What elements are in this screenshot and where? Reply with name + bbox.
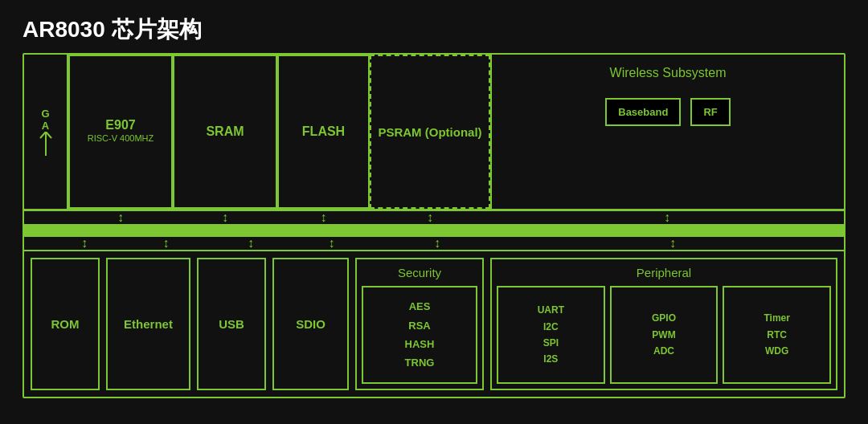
cell-antenna: G A	[24, 55, 68, 209]
flash-label: FLASH	[302, 124, 345, 139]
sdio-label: SDIO	[296, 317, 326, 331]
bus-area: ↕ ↕ ↕ ↕ ↕ ↕ ↕ ↕ ↕ ↕ ↕	[24, 211, 844, 250]
top-section: G A E907 RISC-V 400MHZ SRAM FL	[24, 55, 844, 211]
e907-sub: RISC-V 400MHZ	[88, 132, 154, 145]
ethernet-label: Ethernet	[124, 317, 173, 331]
bottom-section: ROM Ethernet USB SDIO Security AES RSA H…	[24, 250, 844, 397]
arrows-below-bus: ↕ ↕ ↕ ↕ ↕ ↕	[24, 237, 844, 250]
e907-title: E907	[105, 118, 135, 132]
cell-psram: PSRAM (Optional)	[370, 55, 490, 209]
arrow1: ↕	[68, 210, 173, 225]
psram-label: PSRAM (Optional)	[378, 124, 481, 141]
bcell-peripheral: Peripheral UART I2C SPI I2S GPIO PWM ADC…	[490, 258, 837, 390]
bcell-sdio: SDIO	[272, 258, 349, 390]
barrow1: ↕	[48, 236, 121, 251]
barrow6: ↕	[502, 236, 844, 251]
cell-e907: E907 RISC-V 400MHZ	[68, 55, 173, 209]
security-title: Security	[398, 266, 441, 279]
barrow2: ↕	[121, 236, 211, 251]
barrow3: ↕	[211, 236, 290, 251]
sram-label: SRAM	[206, 124, 244, 139]
bcell-rom: ROM	[31, 258, 100, 390]
main-container: G A E907 RISC-V 400MHZ SRAM FL	[23, 53, 845, 398]
arrow2: ↕	[173, 210, 277, 225]
baseband-cell: Baseband	[605, 98, 681, 126]
antenna-svg	[37, 132, 55, 156]
rf-cell: RF	[690, 98, 730, 126]
arrow3: ↕	[277, 210, 370, 225]
page-title: AR8030 芯片架构	[0, 0, 868, 53]
svg-line-1	[40, 132, 46, 138]
svg-line-2	[46, 132, 51, 138]
antenna-a: A	[42, 120, 49, 132]
peri-sub-gpio: GPIO PWM ADC	[610, 286, 719, 384]
peri-sub-uart: UART I2C SPI I2S	[497, 286, 605, 384]
peripheral-inner: UART I2C SPI I2S GPIO PWM ADC Timer RTC …	[497, 286, 831, 384]
barrow4: ↕	[290, 236, 373, 251]
antenna-icon: G A	[37, 108, 55, 156]
peripheral-title: Peripheral	[637, 266, 691, 279]
bcell-security: Security AES RSA HASH TRNG	[355, 258, 484, 390]
wireless-title: Wireless Subsystem	[503, 66, 833, 80]
barrow5: ↕	[373, 236, 502, 251]
bcell-ethernet: Ethernet	[106, 258, 190, 390]
security-inner: AES RSA HASH TRNG	[362, 286, 477, 384]
cell-wireless: Wireless Subsystem Baseband RF	[490, 55, 844, 209]
arrows-above-bus: ↕ ↕ ↕ ↕ ↕	[24, 211, 844, 224]
arrow4: ↕	[370, 210, 490, 225]
cell-sram: SRAM	[173, 55, 277, 209]
cell-flash: FLASH	[277, 55, 370, 209]
security-items: AES RSA HASH TRNG	[405, 297, 435, 373]
rom-label: ROM	[51, 317, 80, 331]
peri-sub-timer: Timer RTC WDG	[723, 286, 831, 384]
arrow5: ↕	[490, 210, 844, 225]
antenna-g: G	[41, 108, 49, 120]
bus-bar	[24, 224, 844, 237]
bcell-usb: USB	[197, 258, 266, 390]
usb-label: USB	[219, 317, 244, 331]
wireless-sub-row: Baseband RF	[503, 98, 833, 126]
